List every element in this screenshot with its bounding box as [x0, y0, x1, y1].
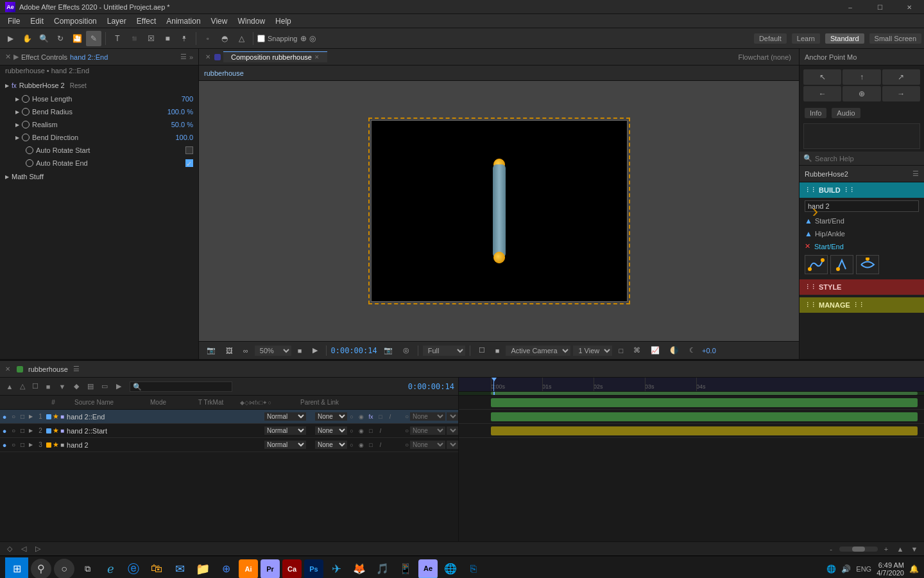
tool-rotate[interactable]: ↻ [53, 31, 68, 46]
info-button[interactable]: Info [805, 108, 826, 118]
layer-3-visibility[interactable]: ● [0, 438, 9, 452]
layer-1-parent-chain[interactable]: ▼ [447, 412, 458, 421]
work-area-range[interactable] [491, 392, 918, 395]
menu-file[interactable]: File [3, 15, 25, 27]
layer-3-sw-2[interactable]: ◉ [357, 441, 366, 450]
tool-stamp[interactable]: ■ [160, 31, 175, 46]
rubber-hose-name-input[interactable] [805, 200, 919, 212]
panel-expand-btn[interactable]: » [189, 53, 193, 61]
viewer-comp-btn[interactable]: □ [615, 346, 627, 355]
tool-pen[interactable]: ✎ [86, 31, 101, 46]
tl-mask[interactable]: ▭ [99, 381, 110, 392]
taskbar-edge-icon[interactable]: ℯ [100, 559, 121, 579]
layer-1-expand[interactable]: ▶ [27, 414, 35, 419]
viewer-cam-btn[interactable]: 📷 [380, 346, 397, 355]
layer-2-trimat-select[interactable]: None [315, 426, 347, 435]
layer-3-trimat-select[interactable]: None [315, 441, 347, 449]
rubber-link-hip-ankle[interactable]: ▲ Hip/Ankle [800, 227, 924, 240]
workspace-small-screen[interactable]: Small Screen [869, 33, 921, 44]
bend-direction-value[interactable]: 100.0 [175, 134, 193, 141]
viewer-loop-btn[interactable]: ∞ [239, 346, 252, 355]
tl-graph[interactable]: ▼ [56, 381, 68, 392]
layer-3-sw-1[interactable]: ○ [347, 441, 356, 450]
layer-3-parent-chain[interactable]: ▼ [447, 441, 458, 449]
tl-zoom-in[interactable]: + [880, 543, 892, 555]
tool-select[interactable]: ▶ [3, 31, 18, 46]
tool-puppet[interactable]: 🖈 [176, 31, 192, 46]
breadcrumb-rubberhouse[interactable]: rubberhouse [204, 69, 244, 77]
taskbar-ae-icon[interactable]: Ae [418, 559, 438, 579]
layer-2-sw-2[interactable]: ◉ [357, 426, 366, 435]
bend-radius-value[interactable]: 100.0 % [167, 108, 193, 116]
menu-layer[interactable]: Layer [102, 15, 132, 27]
taskbar-telegram-icon[interactable]: ✈ [326, 559, 346, 579]
taskbar-search-icon[interactable]: ⚲ [31, 559, 51, 579]
hose-length-value[interactable]: 700 [182, 95, 193, 103]
layer-3-expand[interactable]: ▶ [27, 442, 35, 448]
workspace-default[interactable]: Default [754, 33, 787, 44]
auto-rotate-end-checkbox[interactable]: ✓ [185, 159, 193, 167]
tool-zoom[interactable]: 🔍 [36, 31, 51, 46]
tl-lock-all[interactable]: ☐ [30, 381, 41, 392]
tool-paint[interactable]: ◓ [217, 31, 232, 46]
taskbar-ai-icon[interactable]: Ai [239, 559, 258, 579]
start-button[interactable]: ⊞ [5, 557, 28, 579]
layer-row-1[interactable]: ● ○ □ ▶ 1 ★ ■ hand 2::End Normal None ○ … [0, 410, 458, 424]
menu-view[interactable]: View [206, 15, 233, 27]
tl-zoom-slider[interactable] [839, 547, 878, 552]
viewer-snapshot-btn[interactable]: 📷 [203, 346, 219, 355]
hose-length-expand[interactable]: ▶ [15, 96, 19, 102]
taskbar-ps-icon[interactable]: Ps [304, 559, 323, 579]
realism-value[interactable]: 50.0 % [171, 121, 193, 128]
workspace-standard[interactable]: Standard [825, 33, 864, 44]
zoom-dropdown[interactable]: 50%100%25% [255, 346, 291, 356]
anchor-ml[interactable]: ← [803, 86, 841, 101]
rubber-link-start-end-1[interactable]: ▲ Start/End [800, 215, 924, 227]
anchor-tc[interactable]: ↑ [843, 69, 880, 85]
taskbar-explorer-icon[interactable]: 📁 [193, 559, 213, 579]
anchor-tr[interactable]: ↗ [882, 69, 920, 85]
bend-direction-expand[interactable]: ▶ [15, 135, 19, 141]
tool-roto[interactable]: △ [234, 31, 249, 46]
hose-handle-bottom[interactable] [493, 252, 505, 263]
menu-effect[interactable]: Effect [132, 15, 161, 27]
taskbar-notification-icon[interactable]: 🔔 [909, 565, 919, 574]
taskbar-vscode-icon[interactable]: ⎘ [463, 559, 484, 579]
rubber-link-start-end-2[interactable]: ✕ Start/End [800, 240, 924, 252]
menu-help[interactable]: Help [270, 15, 296, 27]
reset-button[interactable]: Reset [70, 82, 87, 89]
taskbar-mail-icon[interactable]: ✉ [169, 559, 190, 579]
layer-2-mode-select[interactable]: Normal [264, 426, 306, 435]
tl-bottom-prev-keyframe[interactable]: ◁ [18, 543, 30, 555]
layer-row-2[interactable]: ● ○ □ ▶ 2 ★ ■ hand 2::Start Normal None … [0, 424, 458, 438]
taskbar-store-icon[interactable]: 🛍 [146, 559, 167, 579]
panel-menu-icon[interactable]: ☰ [180, 53, 187, 61]
menu-composition[interactable]: Composition [49, 15, 102, 27]
taskbar-taskview-icon[interactable]: ⧉ [77, 559, 98, 579]
viewer-3d-btn[interactable]: ■ [492, 346, 504, 355]
layer-2-lock[interactable]: □ [18, 424, 27, 438]
layer-1-sw-4[interactable]: / [386, 412, 395, 421]
tl-guide[interactable]: ■ [42, 381, 54, 392]
panel-close-icon[interactable]: ✕ [5, 53, 11, 61]
search-help-input[interactable] [815, 155, 920, 162]
layer-2-parent-chain[interactable]: ▼ [447, 426, 458, 435]
taskbar-network-icon[interactable]: 🌐 [826, 565, 836, 574]
tool-hand[interactable]: ✋ [19, 31, 35, 46]
layer-3-sw-4[interactable]: / [376, 441, 385, 450]
camera-dropdown[interactable]: Active Camera [506, 346, 570, 356]
layer-2-visibility[interactable]: ● [0, 424, 9, 438]
taskbar-whatsapp-icon[interactable]: 📱 [395, 559, 416, 579]
tool-text[interactable]: T [110, 31, 125, 46]
viewer-grid-btn[interactable]: ⌘ [629, 346, 644, 355]
composition-viewer[interactable]: › [199, 81, 799, 341]
tool-camera[interactable]: 🎦 [69, 31, 85, 46]
tl-solo-all[interactable]: △ [17, 381, 28, 392]
rubber-build-section[interactable]: ⋮⋮ BUILD ⋮⋮ [800, 182, 924, 198]
anchor-mc[interactable]: ⊕ [843, 86, 880, 101]
timeline-playhead[interactable] [493, 378, 494, 391]
rubber-style-section[interactable]: ⋮⋮ STYLE [800, 279, 924, 295]
timecode-display[interactable]: 0:00:00:14 [331, 346, 377, 355]
tl-zoom-out[interactable]: - [825, 543, 837, 555]
layer-row-3[interactable]: ● ○ □ ▶ 3 ★ ■ hand 2 Normal None ○ ◉ □ / [0, 438, 458, 452]
